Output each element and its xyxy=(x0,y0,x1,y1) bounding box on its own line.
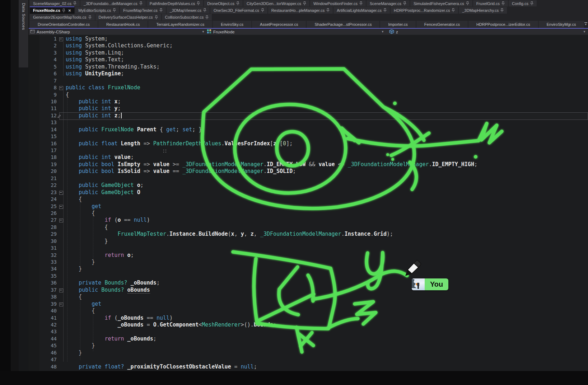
pencil-cursor[interactable] xyxy=(0,0,588,385)
ide-window: Data Sources SceneManager_02.cs_3DFounda… xyxy=(0,0,588,385)
